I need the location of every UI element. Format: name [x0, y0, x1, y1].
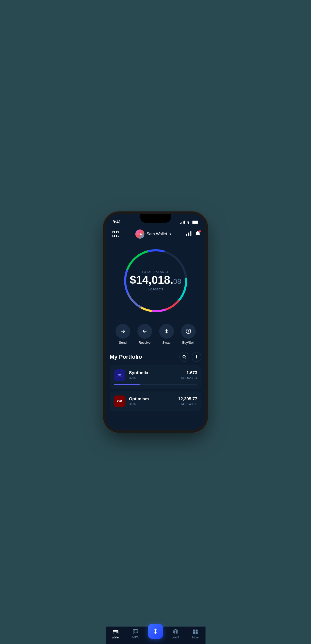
- chart-icon[interactable]: [186, 231, 192, 237]
- optimism-name: Optimism: [129, 397, 174, 402]
- send-icon: [116, 324, 130, 339]
- svg-rect-2: [113, 235, 114, 237]
- synthetix-percent: 32%: [129, 376, 177, 380]
- notch: [140, 214, 171, 223]
- synthetix-amount: 1.673: [181, 370, 197, 375]
- balance-ring: TOTAL BALANCE $14,018.08 12 Assets: [120, 245, 191, 316]
- avatar: SW: [135, 229, 144, 239]
- buysell-label: Buy/Sell: [182, 341, 194, 344]
- actions-row: Send Receive: [106, 321, 205, 350]
- svg-text:$: $: [188, 330, 189, 333]
- swap-icon: [159, 324, 174, 339]
- synthetix-name: Synthetix: [129, 370, 177, 375]
- svg-rect-9: [190, 231, 191, 236]
- receive-button[interactable]: Receive: [137, 324, 152, 344]
- portfolio-section: My Portfolio: [106, 350, 205, 411]
- portfolio-search-button[interactable]: [179, 352, 189, 362]
- asset-row: OP Optimism 31% 12,305.77 $42,149.56: [114, 395, 197, 407]
- receive-label: Receive: [139, 341, 151, 344]
- notification-button[interactable]: [195, 231, 200, 237]
- balance-amount: $14,018.08: [130, 274, 181, 286]
- status-time: 9:41: [113, 220, 121, 224]
- portfolio-header: My Portfolio: [110, 352, 201, 362]
- svg-line-26: [185, 358, 186, 359]
- svg-point-25: [183, 355, 185, 358]
- svg-rect-1: [117, 231, 118, 233]
- svg-rect-8: [188, 233, 189, 236]
- battery-icon: [192, 221, 198, 224]
- buysell-button[interactable]: $ Buy/Sell: [181, 324, 196, 344]
- scan-button[interactable]: [111, 229, 120, 239]
- optimism-amount: 12,305.77: [178, 397, 197, 402]
- app-header: SW Sam Wallet ▾: [106, 227, 205, 243]
- synthetix-progress-bar: [114, 384, 197, 385]
- signal-bars-icon: [180, 221, 185, 224]
- chevron-down-icon: ▾: [170, 232, 171, 236]
- send-label: Send: [119, 341, 126, 344]
- header-right-icons: [186, 231, 200, 237]
- optimism-info: Optimism 31%: [129, 397, 174, 406]
- optimism-logo: OP: [114, 395, 125, 407]
- profile-name: Sam Wallet: [146, 232, 167, 236]
- swap-label: Swap: [162, 341, 171, 344]
- svg-point-24: [190, 329, 191, 330]
- assets-count: 12 Assets: [130, 287, 181, 291]
- portfolio-title: My Portfolio: [110, 354, 142, 360]
- synthetix-usd: $43,023.34: [181, 376, 197, 380]
- balance-label: TOTAL BALANCE: [130, 270, 181, 273]
- optimism-values: 12,305.77 $42,149.56: [178, 397, 197, 406]
- portfolio-add-button[interactable]: [192, 352, 201, 362]
- wifi-icon: [186, 221, 190, 224]
- profile-selector[interactable]: SW Sam Wallet ▾: [135, 229, 171, 239]
- asset-card-synthetix[interactable]: Synthetix 32% 1.673 $43,023.34: [110, 365, 201, 389]
- asset-row: Synthetix 32% 1.673 $43,023.34: [114, 369, 197, 381]
- swap-button[interactable]: Swap: [159, 324, 174, 344]
- synthetix-progress-fill: [114, 384, 140, 385]
- synthetix-logo: [114, 369, 125, 381]
- status-icons: [180, 221, 198, 224]
- asset-card-optimism[interactable]: OP Optimism 31% 12,305.77 $42,149.56: [110, 391, 201, 411]
- synthetix-info: Synthetix 32%: [129, 370, 177, 380]
- ring-center-content: TOTAL BALANCE $14,018.08 12 Assets: [130, 270, 181, 291]
- phone-inner: 9:41: [106, 214, 205, 430]
- notification-badge: [199, 230, 201, 232]
- send-button[interactable]: Send: [116, 324, 130, 344]
- portfolio-actions: [179, 352, 201, 362]
- synthetix-values: 1.673 $43,023.34: [181, 370, 197, 380]
- phone-frame: 9:41: [106, 214, 205, 430]
- balance-section: TOTAL BALANCE $14,018.08 12 Assets: [106, 243, 205, 321]
- svg-rect-0: [113, 231, 114, 233]
- balance-cents: 08: [173, 277, 181, 285]
- optimism-percent: 31%: [129, 402, 174, 406]
- receive-icon: [137, 324, 152, 339]
- buysell-icon: $: [181, 324, 196, 339]
- svg-rect-7: [186, 234, 187, 236]
- optimism-usd: $42,149.56: [178, 402, 197, 406]
